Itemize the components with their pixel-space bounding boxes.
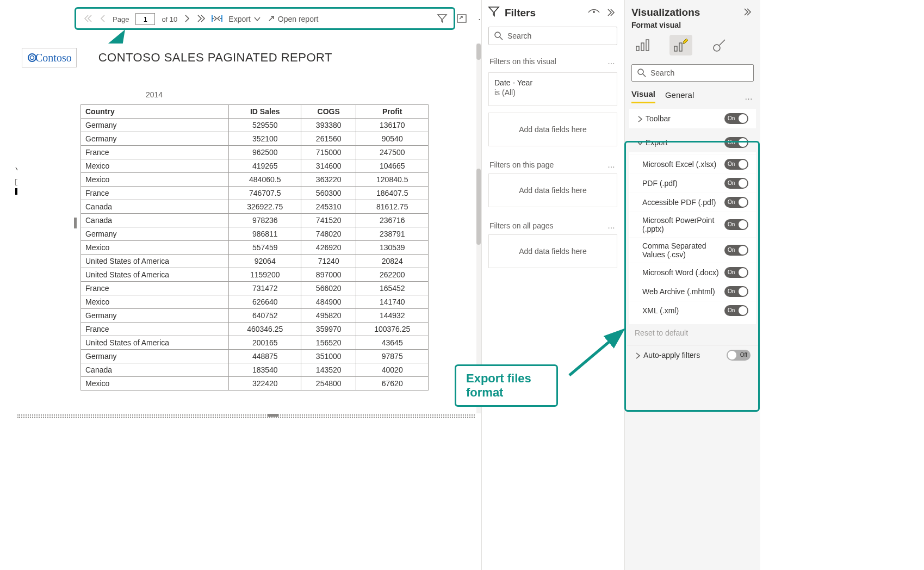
first-page-icon[interactable] [84, 15, 93, 24]
filters-all-label: Filters on all pages [489, 221, 554, 230]
analytics-tab[interactable] [708, 35, 730, 55]
table-cell: 484900 [301, 295, 356, 309]
svg-line-19 [643, 74, 646, 77]
table-row: Mexico419265314600104665 [81, 159, 429, 173]
table-cell: 130539 [356, 241, 429, 255]
table-cell: 352100 [229, 132, 301, 146]
search-icon [494, 32, 503, 40]
svg-rect-15 [679, 43, 682, 51]
table-row: France746707.5560300186407.5 [81, 187, 429, 200]
table-cell: 359970 [301, 323, 356, 336]
filters-visual-more-icon[interactable]: … [607, 57, 616, 66]
table-cell: 144932 [356, 309, 429, 323]
next-page-icon[interactable] [184, 15, 190, 24]
table-cell: Canada [81, 214, 229, 227]
export-button[interactable]: Export [228, 15, 260, 23]
open-report-button[interactable]: Open report [267, 15, 319, 23]
format-group-toolbar[interactable]: Toolbar On [629, 109, 756, 128]
table-cell: France [81, 282, 229, 295]
format-visual-subtitle: Format visual [625, 21, 760, 34]
page-number-input[interactable] [135, 13, 155, 25]
table-cell: 626640 [229, 295, 301, 309]
chevron-down-icon [254, 16, 261, 22]
table-cell: 978236 [229, 214, 301, 227]
resize-handle-bottom[interactable] [268, 414, 278, 417]
table-cell: 254800 [301, 377, 356, 391]
table-cell: Germany [81, 350, 229, 363]
table-cell: France [81, 323, 229, 336]
resize-handle-left[interactable] [74, 218, 77, 228]
svg-point-7 [30, 56, 34, 60]
filter-slot-visual[interactable]: Add data fields here [488, 113, 617, 146]
last-page-icon[interactable] [197, 15, 206, 24]
table-row: Germany529550393380136170 [81, 119, 429, 132]
table-cell: 962500 [229, 146, 301, 159]
table-cell: 426920 [301, 241, 356, 255]
table-row: France962500715000247500 [81, 146, 429, 159]
svg-point-18 [638, 69, 643, 75]
svg-line-10 [500, 37, 503, 40]
table-header: Country [81, 105, 229, 119]
tab-visual[interactable]: Visual [631, 89, 655, 103]
filter-card-date-year[interactable]: Date - Year is (All) [488, 72, 617, 106]
table-cell: France [81, 146, 229, 159]
table-cell: 448875 [229, 350, 301, 363]
table-cell: Mexico [81, 159, 229, 173]
open-external-icon [267, 15, 275, 23]
svg-rect-12 [641, 43, 644, 51]
table-cell: 557459 [229, 241, 301, 255]
filters-search[interactable]: Search [488, 27, 617, 45]
focus-mode-icon[interactable] [457, 14, 467, 24]
prev-page-icon[interactable] [100, 15, 106, 24]
table-cell: Mexico [81, 173, 229, 187]
table-cell: 484060.5 [229, 173, 301, 187]
table-cell: United States of America [81, 268, 229, 282]
tab-more-icon[interactable]: … [745, 92, 754, 101]
build-visual-tab[interactable] [631, 35, 654, 55]
table-cell: 90540 [356, 132, 429, 146]
vertical-scrollbar[interactable] [476, 44, 481, 413]
horizontal-scrollbar[interactable] [17, 414, 475, 418]
svg-rect-13 [646, 40, 649, 51]
filters-page-more-icon[interactable]: … [607, 160, 616, 169]
table-cell: 43645 [356, 336, 429, 350]
fit-width-icon[interactable] [212, 15, 222, 24]
table-row: United States of America2001651565204364… [81, 336, 429, 350]
toggle-toolbar[interactable]: On [724, 113, 748, 124]
collapse-pane-icon[interactable] [607, 7, 617, 19]
table-cell: 261560 [301, 132, 356, 146]
table-cell: 71240 [301, 255, 356, 268]
table-cell: Canada [81, 200, 229, 214]
table-cell: 897000 [301, 268, 356, 282]
filters-title: Filters [505, 7, 536, 19]
table-header: COGS [301, 105, 356, 119]
open-report-label: Open report [278, 15, 319, 23]
table-cell: United States of America [81, 255, 229, 268]
filter-field-summary: is (All) [494, 88, 611, 97]
visualizations-title: Visualizations [631, 7, 700, 18]
table-cell: 262200 [356, 268, 429, 282]
table-cell: 81612.75 [356, 200, 429, 214]
filter-slot-all[interactable]: Add data fields here [488, 234, 617, 268]
table-cell: Germany [81, 309, 229, 323]
table-cell: 141740 [356, 295, 429, 309]
format-visual-tab[interactable] [669, 35, 692, 55]
viz-search[interactable]: Search [631, 64, 754, 82]
collapse-pane-icon[interactable] [744, 7, 754, 18]
page-label: Page [113, 15, 129, 23]
search-icon [637, 69, 646, 77]
table-header: ID Sales [229, 105, 301, 119]
export-label: Export [228, 15, 250, 23]
show-hide-icon[interactable] [588, 7, 600, 19]
svg-point-6 [28, 54, 36, 61]
filters-all-more-icon[interactable]: … [607, 221, 616, 230]
table-cell: 143520 [301, 363, 356, 377]
table-row: Canada326922.7524531081612.75 [81, 200, 429, 214]
filters-search-placeholder: Search [507, 32, 531, 40]
filter-slot-page[interactable]: Add data fields here [488, 174, 617, 207]
filter-icon[interactable] [437, 14, 447, 24]
report-title: CONTOSO SALES PAGINATED REPORT [98, 51, 332, 65]
tab-general[interactable]: General [665, 90, 694, 103]
table-cell: 200165 [229, 336, 301, 350]
paginated-report-visual[interactable]: Contoso CONTOSO SALES PAGINATED REPORT 2… [17, 44, 475, 413]
